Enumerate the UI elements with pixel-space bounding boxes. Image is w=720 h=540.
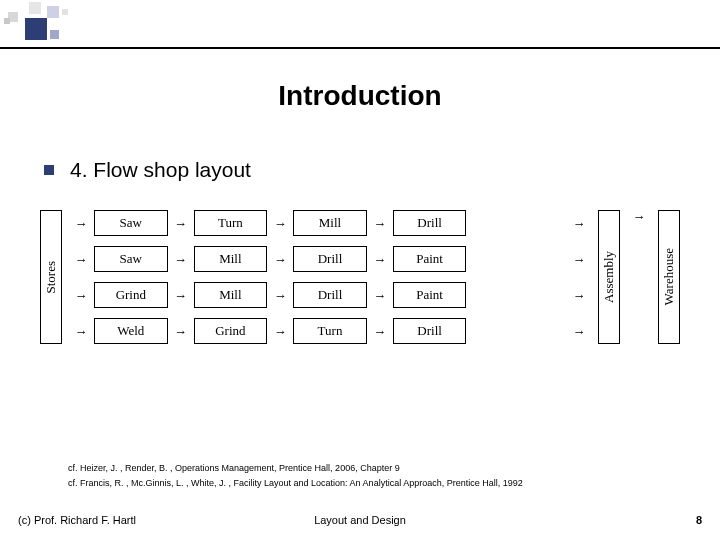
process-box: Grind — [194, 318, 268, 344]
process-box: Mill — [194, 246, 268, 272]
arrow-icon: → — [267, 325, 293, 338]
arrow-icon: → — [367, 325, 393, 338]
deco-square — [29, 2, 41, 14]
process-box: Paint — [393, 282, 467, 308]
process-grid: →Saw→Turn→Mill→Drill →→Saw→Mill→Drill→Pa… — [68, 210, 592, 344]
process-box: Mill — [194, 282, 268, 308]
arrow-icon: → — [566, 325, 592, 338]
process-box: Drill — [393, 318, 467, 344]
bullet-icon — [44, 165, 54, 175]
process-box: Turn — [194, 210, 268, 236]
process-box: Mill — [293, 210, 367, 236]
deco-square — [25, 18, 47, 40]
assembly-label: Assembly — [601, 251, 617, 303]
arrow-icon: → — [367, 253, 393, 266]
process-box: Drill — [393, 210, 467, 236]
arrow-icon: → — [168, 325, 194, 338]
references: cf. Heizer, J. , Render, B. , Operations… — [68, 461, 690, 490]
process-box: Turn — [293, 318, 367, 344]
page-title: Introduction — [0, 80, 720, 112]
arrow-icon: → — [68, 217, 94, 230]
top-divider — [0, 47, 720, 49]
bullet-item: 4. Flow shop layout — [44, 158, 251, 182]
empty-slot — [492, 282, 566, 308]
process-box: Paint — [393, 246, 467, 272]
empty-slot — [492, 246, 566, 272]
arrow-icon: → — [68, 289, 94, 302]
slide: Introduction 4. Flow shop layout Stores … — [0, 0, 720, 540]
process-line: →Weld→Grind→Turn→Drill → — [68, 318, 592, 344]
warehouse-label: Warehouse — [661, 248, 677, 305]
arrow-icon: → — [168, 289, 194, 302]
warehouse-block: Warehouse — [658, 210, 680, 344]
arrow-icon: → — [68, 325, 94, 338]
footer-left: (c) Prof. Richard F. Hartl — [18, 514, 246, 526]
footer-center: Layout and Design — [314, 514, 406, 526]
arrow-icon: → — [626, 210, 652, 344]
arrow-icon: → — [168, 253, 194, 266]
deco-square — [4, 18, 10, 24]
arrow-icon: → — [267, 253, 293, 266]
arrow-icon: → — [68, 253, 94, 266]
process-box: Saw — [94, 246, 168, 272]
empty-slot — [492, 210, 566, 236]
process-box: Drill — [293, 282, 367, 308]
process-box: Grind — [94, 282, 168, 308]
arrow-gap — [466, 253, 492, 266]
deco-square — [50, 30, 59, 39]
process-line: →Saw→Turn→Mill→Drill → — [68, 210, 592, 236]
process-line: →Saw→Mill→Drill→Paint → — [68, 246, 592, 272]
page-number: 8 — [474, 514, 702, 526]
arrow-gap — [466, 325, 492, 338]
arrow-icon: → — [168, 217, 194, 230]
arrow-icon: → — [566, 289, 592, 302]
arrow-icon: → — [566, 253, 592, 266]
flow-shop-diagram: Stores →Saw→Turn→Mill→Drill →→Saw→Mill→D… — [40, 210, 680, 344]
reference-line: cf. Francis, R. , Mc.Ginnis, L. , White,… — [68, 476, 690, 490]
deco-square — [62, 9, 68, 15]
arrow-gap — [466, 217, 492, 230]
arrow-icon: → — [267, 289, 293, 302]
decorative-squares — [0, 0, 130, 60]
process-box: Saw — [94, 210, 168, 236]
arrow-gap — [466, 289, 492, 302]
process-box: Weld — [94, 318, 168, 344]
reference-line: cf. Heizer, J. , Render, B. , Operations… — [68, 461, 690, 475]
stores-label: Stores — [43, 261, 59, 294]
arrow-icon: → — [267, 217, 293, 230]
deco-square — [47, 6, 59, 18]
process-box: Drill — [293, 246, 367, 272]
arrow-icon: → — [367, 289, 393, 302]
footer: (c) Prof. Richard F. Hartl Layout and De… — [0, 514, 720, 526]
arrow-icon: → — [566, 217, 592, 230]
empty-slot — [492, 318, 566, 344]
assembly-block: Assembly — [598, 210, 620, 344]
bullet-text: 4. Flow shop layout — [70, 158, 251, 182]
arrow-icon: → — [367, 217, 393, 230]
stores-block: Stores — [40, 210, 62, 344]
process-line: →Grind→Mill→Drill→Paint → — [68, 282, 592, 308]
